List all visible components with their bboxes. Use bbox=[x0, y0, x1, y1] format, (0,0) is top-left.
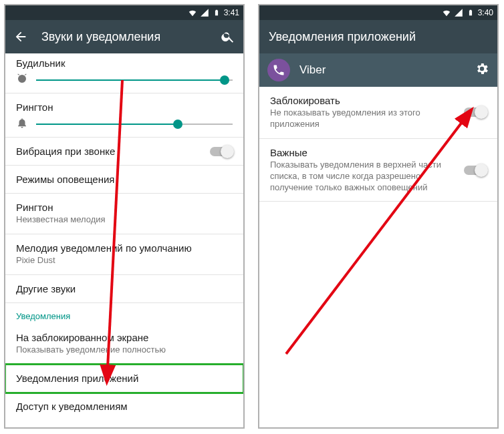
row-modes[interactable]: Режимы оповещения bbox=[5, 166, 243, 194]
row-block[interactable]: Заблокировать Не показывать уведомления … bbox=[259, 87, 497, 139]
notif-sound-sub: Pixie Dust bbox=[16, 255, 233, 266]
block-sub: Не показывать уведомления из этого прило… bbox=[270, 107, 464, 130]
status-time: 3:41 bbox=[224, 8, 239, 17]
row-ringtone2[interactable]: Рингтон Неизвестная мелодия bbox=[5, 194, 243, 234]
lockscreen-label: На заблокированном экране bbox=[16, 332, 233, 343]
toolbar-title: Уведомления приложений bbox=[269, 30, 489, 44]
bell-icon bbox=[16, 117, 28, 132]
back-icon[interactable] bbox=[13, 29, 28, 44]
ringtone-slider[interactable] bbox=[36, 124, 233, 125]
vibrate-switch[interactable] bbox=[210, 147, 233, 156]
gear-icon[interactable] bbox=[475, 61, 489, 79]
lockscreen-sub: Показывать уведомление полностью bbox=[16, 345, 233, 356]
app-notifications-label: Уведомления приложений bbox=[16, 373, 233, 384]
row-ringtone-slider: Рингтон bbox=[5, 93, 243, 138]
section-notifications: Уведомления bbox=[5, 303, 243, 324]
wifi-icon bbox=[442, 8, 451, 17]
row-notif-sound[interactable]: Мелодия уведомлений по умолчанию Pixie D… bbox=[5, 234, 243, 275]
row-alarm: Будильник bbox=[5, 53, 243, 93]
status-time: 3:40 bbox=[478, 8, 493, 17]
signal-icon bbox=[200, 8, 209, 17]
ringtone2-sub: Неизвестная мелодия bbox=[16, 214, 233, 226]
content-right: Заблокировать Не показывать уведомления … bbox=[259, 87, 497, 427]
wifi-icon bbox=[188, 8, 197, 17]
notif-access-label: Доступ к уведомлениям bbox=[16, 401, 233, 412]
app-bar: Уведомления приложений bbox=[259, 20, 497, 53]
row-important[interactable]: Важные Показывать уведомления в верхней … bbox=[259, 139, 497, 202]
alarm-label: Будильник bbox=[16, 57, 233, 69]
row-vibrate[interactable]: Вибрация при звонке bbox=[5, 138, 243, 166]
content-left: Будильник Рингтон bbox=[5, 53, 243, 427]
status-bar: 3:40 bbox=[259, 5, 497, 20]
battery-icon bbox=[212, 8, 221, 17]
important-label: Важные bbox=[270, 147, 464, 158]
phone-left: 3:41 Звуки и уведомления Будильник bbox=[4, 4, 245, 429]
important-switch[interactable] bbox=[464, 166, 487, 175]
vibrate-label: Вибрация при звонке bbox=[16, 146, 210, 157]
row-lockscreen[interactable]: На заблокированном экране Показывать уве… bbox=[5, 324, 243, 365]
signal-icon bbox=[454, 8, 463, 17]
notif-sound-label: Мелодия уведомлений по умолчанию bbox=[16, 242, 233, 254]
app-bar: Звуки и уведомления bbox=[5, 20, 243, 53]
section-notifications-label: Уведомления bbox=[16, 311, 233, 321]
other-sounds-label: Другие звуки bbox=[16, 283, 233, 294]
battery-icon bbox=[466, 8, 475, 17]
important-sub: Показывать уведомления в верхней части с… bbox=[270, 160, 464, 194]
row-other-sounds[interactable]: Другие звуки bbox=[5, 275, 243, 303]
ringtone2-label: Рингтон bbox=[16, 202, 233, 213]
alarm-icon bbox=[16, 73, 28, 87]
modes-label: Режимы оповещения bbox=[16, 174, 233, 185]
row-app-notifications[interactable]: Уведомления приложений bbox=[5, 365, 243, 393]
alarm-slider[interactable] bbox=[36, 79, 233, 81]
toolbar-title: Звуки и уведомления bbox=[41, 30, 207, 44]
app-subbar: Viber bbox=[259, 53, 497, 87]
viber-app-icon bbox=[267, 59, 290, 81]
search-icon[interactable] bbox=[221, 29, 235, 44]
ringtone-label: Рингтон bbox=[16, 101, 233, 113]
block-switch[interactable] bbox=[464, 107, 487, 117]
app-name: Viber bbox=[299, 63, 465, 77]
phone-right: 3:40 Уведомления приложений Viber Заблок… bbox=[258, 4, 499, 429]
row-notif-access[interactable]: Доступ к уведомлениям bbox=[5, 393, 243, 420]
block-label: Заблокировать bbox=[270, 95, 464, 106]
status-bar: 3:41 bbox=[5, 5, 243, 20]
